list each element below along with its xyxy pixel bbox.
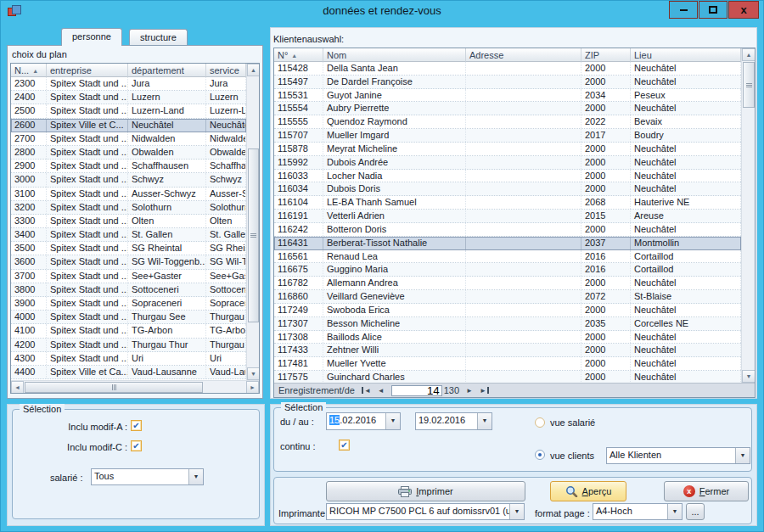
- plan-hscroll-thumb[interactable]: [25, 382, 203, 393]
- table-row[interactable]: 115497De Dardel Françoise2000Neuchâtel: [274, 76, 741, 89]
- column-header-no[interactable]: N°▲: [274, 48, 323, 62]
- minimize-button[interactable]: [669, 1, 698, 19]
- klienten-vscroll-thumb[interactable]: [743, 62, 755, 108]
- column-header-n-label: N...: [14, 65, 29, 76]
- first-record-button[interactable]: ◄: [362, 387, 371, 395]
- last-record-button[interactable]: ►: [480, 387, 489, 395]
- table-row[interactable]: 3200Spitex Stadt und ...SolothurnSolothu…: [11, 201, 246, 215]
- table-row[interactable]: 116782Allemann Andrea2000Neuchâtel: [274, 277, 741, 290]
- tab-personne[interactable]: personne: [61, 28, 122, 46]
- plan-table-hscrollbar[interactable]: ◄ ►: [11, 380, 259, 393]
- scroll-down-icon[interactable]: ▼: [742, 370, 756, 383]
- table-row[interactable]: 3500Spitex Stadt und ...SG RheintalSG Rh…: [11, 242, 246, 255]
- table-row[interactable]: 3300Spitex Stadt und ...OltenOlten: [11, 215, 246, 228]
- table-row[interactable]: 117575Guinchard Charles2000Neuchâtel: [274, 371, 741, 383]
- format-more-button[interactable]: ...: [686, 503, 705, 520]
- column-header-entreprise[interactable]: entreprise: [47, 64, 128, 77]
- table-row[interactable]: 2900Spitex Stadt und ...SchaffhausenScha…: [11, 160, 246, 173]
- salarie-select[interactable]: Tous ▼: [91, 468, 204, 485]
- table-row[interactable]: 3600Spitex Stadt und ...SG Wil-Toggenb..…: [11, 255, 246, 269]
- table-row[interactable]: 4400Spitex Ville et Ca...Vaud-LausanneVa…: [11, 366, 246, 379]
- table-row[interactable]: 116242Botteron Doris2000Neuchâtel: [274, 223, 741, 237]
- apercu-button[interactable]: Aperçu: [550, 481, 626, 501]
- previous-record-button[interactable]: ◄: [378, 387, 385, 395]
- chevron-down-icon[interactable]: ▼: [188, 469, 203, 484]
- table-row[interactable]: 115878Meyrat Micheline2000Neuchâtel: [274, 143, 741, 156]
- table-row[interactable]: 2600Spitex Ville et C...NeuchâtelNeuchât…: [11, 119, 246, 132]
- table-row[interactable]: 115992Dubois Andrée2000Neuchâtel: [274, 156, 741, 170]
- continu-checkbox[interactable]: ✔: [339, 440, 350, 451]
- table-row[interactable]: 115531Guyot Janine2034Peseux: [274, 89, 741, 103]
- table-row[interactable]: 3700Spitex Stadt und ...See+GasterSee+Ga…: [11, 270, 246, 283]
- column-header-service[interactable]: service: [206, 64, 246, 77]
- table-row[interactable]: 2800Spitex Stadt und ...ObwaldenObwalden: [11, 146, 246, 160]
- column-header-zip[interactable]: ZIP: [581, 48, 631, 62]
- column-header-nom[interactable]: Nom: [323, 48, 466, 62]
- table-row[interactable]: 3400Spitex Stadt und ...St. GallenSt. Ga…: [11, 228, 246, 242]
- table-row[interactable]: 116675Guggino Maria2016Cortaillod: [274, 263, 741, 277]
- imprimante-select[interactable]: RICOH MP C7500 PCL 6 auf domissrv01 (um …: [326, 503, 525, 520]
- plan-table-vscrollbar[interactable]: ▲ ▼: [246, 64, 259, 380]
- table-row[interactable]: 3000Spitex Stadt und ...SchwyzSchwyz: [11, 173, 246, 187]
- table-row[interactable]: 116561Renaud Lea2016Cortaillod: [274, 250, 741, 264]
- table-row[interactable]: 116860Veillard Geneviève2072St-Blaise: [274, 290, 741, 304]
- vue-salarie-radio[interactable]: [535, 417, 545, 428]
- column-header-adresse[interactable]: Adresse: [466, 48, 581, 62]
- table-row[interactable]: 3900Spitex Stadt und ...SopraceneriSopra…: [11, 297, 246, 311]
- table-row[interactable]: 3800Spitex Stadt und ...SottoceneriSotto…: [11, 283, 246, 297]
- scroll-left-icon[interactable]: ◄: [11, 381, 24, 394]
- scroll-down-icon[interactable]: ▼: [247, 367, 260, 380]
- table-row[interactable]: 115555Quendoz Raymond2022Bevaix: [274, 115, 741, 129]
- table-row[interactable]: 2400Spitex Stadt und ...LuzernLuzern: [11, 91, 246, 104]
- format-page-select[interactable]: A4-Hoch ▼: [593, 503, 683, 520]
- chevron-down-icon[interactable]: ▼: [385, 413, 400, 429]
- table-row[interactable]: 117308Baillods Alice2000Neuchâtel: [274, 331, 741, 344]
- table-row[interactable]: 2700Spitex Stadt und ...NidwaldenNidwald…: [11, 132, 246, 146]
- table-row[interactable]: 117433Zehtner Willi2000Neuchâtel: [274, 344, 741, 357]
- table-row[interactable]: 4300Spitex Stadt und ...UriUri: [11, 352, 246, 366]
- table-row[interactable]: 2500Spitex Stadt und ...Luzern-LandLuzer…: [11, 104, 246, 118]
- table-row[interactable]: 116034Dubois Doris2000Neuchâtel: [274, 182, 741, 196]
- table-row[interactable]: 2300Spitex Stadt und ...JuraJura: [11, 77, 246, 91]
- imprimer-button[interactable]: Imprimer: [326, 481, 525, 501]
- scroll-up-icon[interactable]: ▲: [742, 48, 756, 61]
- chevron-down-icon[interactable]: ▼: [735, 448, 750, 463]
- table-row[interactable]: 3100Spitex Stadt und ...Ausser-SchwyzAus…: [11, 188, 246, 201]
- table-row[interactable]: 115554Aubry Pierrette2000Neuchâtel: [274, 102, 741, 115]
- tab-structure[interactable]: structure: [129, 29, 188, 46]
- vue-clients-radio[interactable]: [535, 450, 545, 460]
- modif-a-checkbox[interactable]: ✔: [131, 420, 142, 431]
- column-header-lieu[interactable]: Lieu: [631, 48, 741, 62]
- chevron-down-icon[interactable]: ▼: [477, 413, 492, 429]
- chevron-down-icon[interactable]: ▼: [667, 504, 682, 519]
- scroll-right-icon[interactable]: ►: [246, 381, 259, 394]
- table-row[interactable]: 117481Mueller Yvette2000Neuchâtel: [274, 357, 741, 371]
- table-cell: 117249: [274, 304, 323, 316]
- table-row[interactable]: 117249Swoboda Erica2000Neuchâtel: [274, 304, 741, 317]
- next-record-button[interactable]: ►: [466, 387, 473, 395]
- fermer-button[interactable]: x Fermer: [664, 481, 749, 501]
- record-position-input[interactable]: [391, 385, 442, 396]
- table-row[interactable]: 117307Besson Micheline2035Corcelles NE: [274, 317, 741, 331]
- column-header-departement[interactable]: département: [128, 64, 206, 77]
- table-row[interactable]: 4000Spitex Stadt und ...Thurgau SeeThurg…: [11, 311, 246, 324]
- close-button[interactable]: x: [728, 1, 759, 19]
- table-row[interactable]: 116033Locher Nadia2000Neuchâtel: [274, 170, 741, 183]
- maximize-button[interactable]: [699, 1, 727, 19]
- plan-vscroll-thumb[interactable]: [248, 148, 259, 322]
- table-row[interactable]: 115707Mueller Imgard2017Boudry: [274, 129, 741, 143]
- table-row[interactable]: 4200Spitex Stadt und ...Thurgau ThurThur…: [11, 339, 246, 352]
- table-row[interactable]: 115428Della Santa Jean2000Neuchâtel: [274, 62, 741, 76]
- column-header-n[interactable]: N...▲: [11, 64, 47, 77]
- table-row[interactable]: 4100Spitex Stadt und ...TG-ArbonTG-Arbon: [11, 324, 246, 338]
- klienten-table-vscrollbar[interactable]: ▲ ▼: [741, 48, 755, 383]
- chevron-down-icon[interactable]: ▼: [509, 504, 524, 519]
- table-row[interactable]: 116191Vetterli Adrien2015Areuse: [274, 210, 741, 223]
- scroll-up-icon[interactable]: ▲: [247, 64, 260, 76]
- date-to-picker[interactable]: 19.02.2016 ▼: [415, 412, 492, 430]
- modif-c-checkbox[interactable]: ✔: [131, 440, 142, 451]
- clients-filter-select[interactable]: Alle Klienten ▼: [606, 447, 750, 464]
- table-row[interactable]: 116104LE-BA Thanh Samuel2068Hauterive NE: [274, 196, 741, 210]
- date-from-picker[interactable]: 15.02.2016 ▼: [326, 412, 401, 430]
- table-row[interactable]: 116431Berberat-Tissot Nathalie2037Montmo…: [274, 237, 741, 250]
